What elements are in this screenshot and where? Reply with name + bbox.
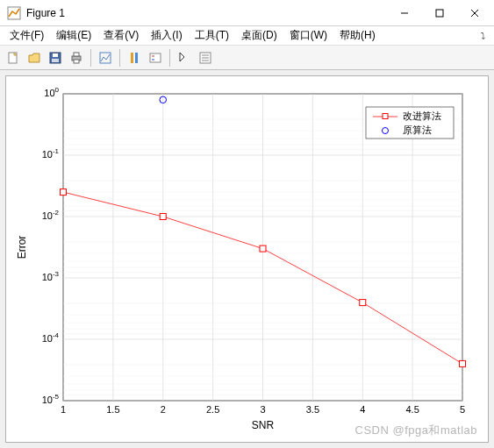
- figure-canvas: 改进算法 原算法 10-5 10-4 10-3 10-2 10-1 100 1: [0, 70, 494, 448]
- x-axis-label: SNR: [252, 419, 275, 431]
- svg-rect-13: [100, 53, 111, 63]
- svg-rect-68: [460, 360, 466, 366]
- insert-legend-icon[interactable]: [146, 48, 165, 68]
- svg-text:100: 100: [44, 86, 59, 98]
- plot-svg: 改进算法 原算法 10-5 10-4 10-3 10-2 10-1 100 1: [6, 76, 488, 442]
- svg-rect-8: [53, 53, 58, 57]
- svg-rect-15: [135, 53, 138, 63]
- svg-text:10-1: 10-1: [42, 147, 60, 160]
- svg-text:2.5: 2.5: [206, 404, 219, 415]
- menu-desktop[interactable]: 桌面(D): [235, 26, 283, 45]
- svg-rect-72: [383, 114, 388, 119]
- svg-rect-2: [436, 10, 443, 17]
- legend-label-2: 原算法: [403, 124, 432, 135]
- svg-text:3.5: 3.5: [306, 404, 319, 415]
- open-property-inspector-icon[interactable]: [196, 48, 215, 68]
- menu-file[interactable]: 文件(F): [4, 26, 50, 45]
- svg-rect-67: [360, 300, 366, 306]
- menu-help[interactable]: 帮助(H): [333, 26, 382, 45]
- svg-rect-14: [131, 53, 133, 63]
- legend[interactable]: 改进算法 原算法: [366, 107, 454, 139]
- svg-text:10-3: 10-3: [42, 270, 60, 282]
- new-figure-icon[interactable]: [4, 48, 23, 68]
- svg-text:10-5: 10-5: [42, 393, 60, 405]
- svg-rect-64: [61, 189, 67, 196]
- open-icon[interactable]: [25, 48, 44, 68]
- menu-overflow-icon[interactable]: ⤵: [476, 31, 490, 40]
- svg-text:4.5: 4.5: [405, 404, 419, 415]
- svg-text:10-4: 10-4: [42, 331, 60, 344]
- svg-text:10-2: 10-2: [42, 209, 60, 221]
- toolbar-separator: [119, 49, 120, 67]
- svg-text:1: 1: [61, 404, 66, 415]
- y-axis-label: Error: [16, 236, 28, 260]
- menu-edit[interactable]: 编辑(E): [50, 26, 97, 45]
- menu-insert[interactable]: 插入(I): [145, 26, 188, 45]
- svg-rect-9: [52, 59, 59, 62]
- svg-rect-65: [160, 214, 166, 220]
- toolbar-separator: [90, 49, 91, 67]
- axes-background: 改进算法 原算法 10-5 10-4 10-3 10-2 10-1 100 1: [5, 75, 489, 443]
- menu-view[interactable]: 查看(V): [97, 26, 145, 45]
- watermark-text: CSDN @fpga和matlab: [355, 423, 477, 438]
- figure-icon: [7, 6, 21, 20]
- minimize-button[interactable]: [387, 0, 422, 26]
- menubar: 文件(F) 编辑(E) 查看(V) 插入(I) 工具(T) 桌面(D) 窗口(W…: [0, 26, 494, 46]
- svg-rect-66: [260, 245, 266, 252]
- titlebar: Figure 1: [0, 0, 494, 26]
- save-icon[interactable]: [46, 48, 65, 68]
- svg-text:5: 5: [460, 404, 465, 415]
- svg-text:4: 4: [360, 404, 365, 415]
- link-plot-icon[interactable]: [96, 48, 115, 68]
- edit-plot-icon[interactable]: [175, 48, 194, 68]
- svg-text:2: 2: [161, 404, 166, 415]
- maximize-button[interactable]: [422, 0, 457, 26]
- svg-rect-11: [74, 53, 79, 56]
- menu-window[interactable]: 窗口(W): [283, 26, 333, 45]
- toolbar-separator: [169, 49, 170, 67]
- insert-colorbar-icon[interactable]: [125, 48, 144, 68]
- svg-rect-12: [74, 60, 79, 63]
- window-title: Figure 1: [26, 7, 387, 19]
- svg-text:3: 3: [260, 404, 265, 415]
- toolbar: [0, 46, 494, 70]
- close-button[interactable]: [457, 0, 492, 26]
- print-icon[interactable]: [67, 48, 86, 68]
- svg-text:1.5: 1.5: [106, 404, 119, 415]
- menu-tools[interactable]: 工具(T): [189, 26, 235, 45]
- svg-rect-16: [150, 53, 161, 62]
- legend-label-1: 改进算法: [403, 110, 441, 121]
